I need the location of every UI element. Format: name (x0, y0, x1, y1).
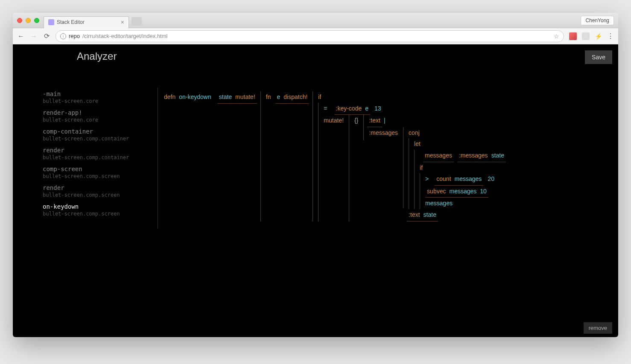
sidebar-item-name: render-app! (43, 109, 158, 116)
sidebar-item-ns: bullet-screen.core (43, 117, 158, 123)
tok-let: let (412, 140, 422, 147)
sidebar-item-name: render (43, 184, 158, 191)
new-tab-button[interactable] (131, 17, 142, 26)
separator (260, 91, 261, 221)
sidebar-item-render-container[interactable]: render bullet-screen.comp.container (43, 144, 158, 163)
tok-10: 10 (478, 186, 488, 198)
sidebar: -main bullet-screen.core render-app! bul… (13, 88, 158, 229)
tok-e2: e (363, 103, 370, 115)
code-row: mutate! {} :text (322, 115, 506, 221)
tab-title: Stack Editor (57, 19, 85, 25)
tok-if: if (316, 91, 506, 103)
tok-state2: state (490, 150, 506, 162)
sidebar-item-render-screen[interactable]: render bullet-screen.comp.screen (43, 182, 158, 201)
sidebar-item-name: on-keydown (43, 203, 158, 210)
maximize-window-button[interactable] (34, 18, 39, 23)
browser-tab[interactable]: Stack Editor × (44, 16, 129, 28)
code-block: conj let (407, 127, 506, 221)
profile-button[interactable]: ChenYong (581, 16, 614, 25)
tok-count: count (435, 173, 453, 186)
code-block: {} :text | (353, 115, 506, 221)
code-vbar: = :key-code e 13 mutate! (318, 103, 506, 221)
url-path: /cirru/stack-editor/target/index.html (82, 33, 167, 39)
code-editor[interactable]: defn on-keydown state mutate! fn e dispa… (158, 88, 618, 229)
back-icon[interactable]: ← (17, 32, 25, 40)
app-header: Analyzer (13, 44, 618, 62)
sidebar-item-name: comp-container (43, 128, 158, 135)
code-vbar: > count messages (420, 173, 506, 209)
sidebar-item-comp-container[interactable]: comp-container bullet-screen.comp.contai… (43, 125, 158, 144)
separator (403, 127, 403, 208)
code-row: = :key-code e 13 (322, 103, 506, 115)
tok-msgs2: messages (453, 173, 484, 186)
save-button[interactable]: Save (585, 50, 612, 64)
tok-messages: :messages (367, 127, 400, 139)
sidebar-item-ns: bullet-screen.comp.screen (43, 211, 158, 217)
code-row: {} :text | (353, 115, 506, 221)
sidebar-item-name: render (43, 147, 158, 154)
tok-mutate: mutate! (234, 91, 257, 104)
tok-braces: {} (353, 115, 360, 126)
sidebar-item-main[interactable]: -main bullet-screen.core (43, 88, 158, 107)
app-content: Analyzer Save remove -main bullet-screen… (13, 44, 618, 337)
code-block: :text | :messages (367, 115, 506, 221)
tok-defn: defn (162, 91, 177, 103)
main-area: -main bullet-screen.core render-app! bul… (13, 62, 618, 229)
tok-13: 13 (373, 103, 383, 114)
sidebar-item-name: -main (43, 90, 158, 97)
favicon (48, 19, 54, 25)
code-row: > count messages (424, 173, 506, 186)
sidebar-item-ns: bullet-screen.comp.screen (43, 192, 158, 198)
tok-if2: if (418, 162, 506, 174)
extension-icon-2[interactable] (582, 32, 590, 40)
browser-window: Stack Editor × ChenYong ← → ⟳ i repo/cir… (13, 13, 618, 337)
code-row: subvec messages 10 (424, 186, 506, 198)
traffic-lights (17, 18, 39, 23)
sidebar-item-name: comp-screen (43, 166, 158, 172)
url-host: repo (69, 33, 80, 39)
lightning-icon[interactable]: ⚡ (595, 33, 602, 40)
tok-subvec: subvec (425, 186, 447, 198)
extension-icon[interactable] (569, 32, 577, 40)
code-row: defn on-keydown state mutate! fn e dispa… (162, 91, 614, 221)
tok-20: 20 (486, 173, 496, 185)
reload-icon[interactable]: ⟳ (43, 32, 50, 40)
app-title: Analyzer (77, 50, 117, 62)
tok-state: state (217, 91, 234, 104)
sidebar-item-ns: bullet-screen.comp.container (43, 154, 158, 160)
code-block: if = :key-code e 13 (316, 91, 506, 221)
minimize-window-button[interactable] (26, 18, 31, 23)
tab-close-icon[interactable]: × (121, 19, 124, 26)
tok-text: :text (367, 115, 382, 127)
code-nested: = :key-code e 13 mutate! (316, 103, 506, 221)
code-row: :messages conj let (367, 127, 506, 221)
sidebar-item-render-app[interactable]: render-app! bullet-screen.core (43, 107, 158, 125)
forward-icon[interactable]: → (30, 32, 38, 40)
sidebar-item-comp-screen[interactable]: comp-screen bullet-screen.comp.screen (43, 163, 158, 182)
tok-msgs3: messages (447, 186, 478, 198)
separator (349, 115, 349, 221)
tok-fnname: on-keydown (177, 91, 213, 103)
sidebar-item-ns: bullet-screen.core (43, 98, 158, 104)
code-vbar: messages :messages state (414, 150, 506, 209)
code-row: :text state (407, 209, 506, 221)
address-bar[interactable]: i repo/cirru/stack-editor/target/index.h… (56, 30, 564, 42)
cursor: | (382, 115, 387, 126)
browser-toolbar: ← → ⟳ i repo/cirru/stack-editor/target/i… (13, 28, 618, 44)
tok-msgs4: messages (424, 200, 454, 207)
tok-text2: :text (407, 209, 421, 221)
menu-icon[interactable]: ⋮ (607, 32, 614, 40)
tok-state3: state (422, 209, 438, 221)
remove-button[interactable]: remove (584, 322, 612, 334)
code-row: :text | (367, 115, 506, 127)
close-window-button[interactable] (17, 18, 22, 23)
bookmark-star-icon[interactable]: ☆ (554, 33, 559, 40)
tok-gt: > (424, 173, 430, 185)
site-info-icon[interactable]: i (60, 33, 66, 39)
tok-conj: conj (407, 127, 506, 139)
tok-keycode: :key-code (334, 103, 364, 115)
sidebar-item-ns: bullet-screen.comp.container (43, 136, 158, 142)
tok-e: e (275, 91, 282, 104)
sidebar-item-on-keydown[interactable]: on-keydown bullet-screen.comp.screen (43, 201, 158, 219)
titlebar: Stack Editor × ChenYong (13, 13, 618, 28)
